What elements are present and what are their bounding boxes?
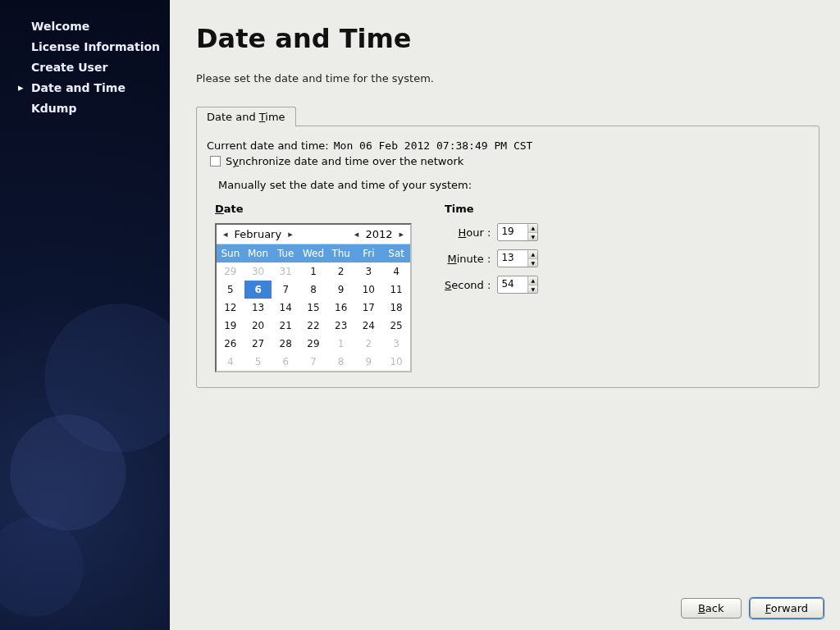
next-year-button[interactable]: ▸ xyxy=(397,229,405,240)
calendar-dow: Wed xyxy=(299,244,327,262)
calendar-day[interactable]: 18 xyxy=(382,299,410,317)
datetime-panel: Current date and time: Mon 06 Feb 2012 0… xyxy=(196,126,819,388)
hour-label: Hour : xyxy=(445,226,491,239)
calendar-day[interactable]: 22 xyxy=(299,317,327,335)
hour-value[interactable]: 19 xyxy=(498,224,527,240)
calendar-day[interactable]: 16 xyxy=(327,299,355,317)
minute-value[interactable]: 13 xyxy=(498,250,527,267)
calendar-dow: Mon xyxy=(244,244,272,262)
calendar-day[interactable]: 23 xyxy=(327,317,355,335)
sidebar: Welcome License Information Create User … xyxy=(0,0,170,630)
calendar: ◂ February ▸ ◂ 2012 ▸ SunMonTueWedT xyxy=(215,223,412,372)
page-title: Date and Time xyxy=(196,23,824,54)
calendar-day[interactable]: 8 xyxy=(327,353,355,371)
next-month-button[interactable]: ▸ xyxy=(286,229,294,240)
calendar-day[interactable]: 21 xyxy=(272,317,299,335)
time-heading: Time xyxy=(445,203,538,215)
calendar-day[interactable]: 9 xyxy=(327,281,355,299)
calendar-day[interactable]: 3 xyxy=(382,335,410,353)
calendar-day[interactable]: 1 xyxy=(327,335,355,353)
sync-label: Synchronize date and time over the netwo… xyxy=(226,155,463,167)
main-panel: Date and Time Please set the date and ti… xyxy=(170,0,840,630)
second-down-button[interactable]: ▼ xyxy=(528,285,537,294)
calendar-day[interactable]: 7 xyxy=(272,281,299,299)
calendar-day[interactable]: 25 xyxy=(382,317,410,335)
calendar-day[interactable]: 7 xyxy=(299,353,327,371)
calendar-day[interactable]: 10 xyxy=(382,353,410,371)
second-label: Second : xyxy=(445,279,491,291)
calendar-day[interactable]: 5 xyxy=(244,353,272,371)
page-subtitle: Please set the date and time for the sys… xyxy=(196,72,824,84)
calendar-day[interactable]: 5 xyxy=(217,281,244,299)
calendar-day[interactable]: 28 xyxy=(272,335,299,353)
tab-date-and-time[interactable]: Date and Time xyxy=(196,107,296,126)
calendar-day[interactable]: 29 xyxy=(299,335,327,353)
calendar-day[interactable]: 12 xyxy=(217,299,244,317)
minute-up-button[interactable]: ▲ xyxy=(528,250,537,259)
current-datetime-label: Current date and time: xyxy=(207,139,329,152)
calendar-grid: SunMonTueWedThuFriSat 293031123456789101… xyxy=(217,244,410,371)
calendar-day[interactable]: 19 xyxy=(217,317,244,335)
sidebar-item-welcome[interactable]: Welcome xyxy=(0,16,170,37)
second-value[interactable]: 54 xyxy=(498,276,527,293)
date-column: Date ◂ February ▸ ◂ 2012 xyxy=(215,203,412,372)
calendar-day[interactable]: 17 xyxy=(355,299,383,317)
calendar-year[interactable]: 2012 xyxy=(365,228,392,240)
calendar-day[interactable]: 15 xyxy=(299,299,327,317)
minute-label: Minute : xyxy=(445,253,491,265)
calendar-month[interactable]: February xyxy=(235,228,282,240)
calendar-day[interactable]: 1 xyxy=(299,262,327,281)
second-spinner[interactable]: 54 ▲▼ xyxy=(497,276,538,294)
hour-spinner[interactable]: 19 ▲▼ xyxy=(497,223,538,241)
calendar-dow: Fri xyxy=(355,244,383,262)
calendar-day[interactable]: 11 xyxy=(382,281,410,299)
sidebar-item-license-information[interactable]: License Information xyxy=(0,37,170,57)
calendar-day[interactable]: 10 xyxy=(355,281,383,299)
calendar-dow: Sat xyxy=(382,244,410,262)
back-button[interactable]: Back xyxy=(681,598,742,619)
calendar-day[interactable]: 6 xyxy=(244,281,272,299)
calendar-dow: Tue xyxy=(272,244,299,262)
calendar-day[interactable]: 30 xyxy=(244,262,272,281)
second-up-button[interactable]: ▲ xyxy=(528,276,537,285)
calendar-day[interactable]: 14 xyxy=(272,299,299,317)
calendar-day[interactable]: 26 xyxy=(217,335,244,353)
calendar-day[interactable]: 3 xyxy=(355,262,383,281)
calendar-day[interactable]: 2 xyxy=(355,335,383,353)
hour-down-button[interactable]: ▼ xyxy=(528,233,537,241)
calendar-day[interactable]: 9 xyxy=(355,353,383,371)
prev-month-button[interactable]: ◂ xyxy=(221,229,230,240)
calendar-day[interactable]: 6 xyxy=(272,353,299,371)
forward-button[interactable]: Forward xyxy=(750,598,824,619)
calendar-day[interactable]: 27 xyxy=(244,335,272,353)
calendar-day[interactable]: 31 xyxy=(272,262,299,281)
sidebar-item-create-user[interactable]: Create User xyxy=(0,57,170,78)
sidebar-item-kdump[interactable]: Kdump xyxy=(0,98,170,119)
calendar-day[interactable]: 20 xyxy=(244,317,272,335)
calendar-day[interactable]: 29 xyxy=(217,262,244,281)
calendar-dow: Thu xyxy=(327,244,355,262)
sync-checkbox[interactable] xyxy=(210,156,221,167)
date-heading: Date xyxy=(215,203,412,215)
calendar-day[interactable]: 2 xyxy=(327,262,355,281)
current-datetime-value: Mon 06 Feb 2012 07:38:49 PM CST xyxy=(334,139,533,152)
prev-year-button[interactable]: ◂ xyxy=(353,229,361,240)
calendar-day[interactable]: 4 xyxy=(217,353,244,371)
minute-down-button[interactable]: ▼ xyxy=(528,259,537,267)
minute-spinner[interactable]: 13 ▲▼ xyxy=(497,249,538,267)
calendar-day[interactable]: 4 xyxy=(382,262,410,281)
sidebar-item-date-and-time[interactable]: Date and Time xyxy=(0,78,170,98)
calendar-day[interactable]: 8 xyxy=(299,281,327,299)
calendar-dow: Sun xyxy=(217,244,244,262)
time-column: Time Hour : 19 ▲▼ Minute : 13 ▲▼ Second … xyxy=(445,203,538,372)
calendar-day[interactable]: 13 xyxy=(244,299,272,317)
manual-label: Manually set the date and time of your s… xyxy=(218,179,809,191)
hour-up-button[interactable]: ▲ xyxy=(528,224,537,233)
calendar-day[interactable]: 24 xyxy=(355,317,383,335)
